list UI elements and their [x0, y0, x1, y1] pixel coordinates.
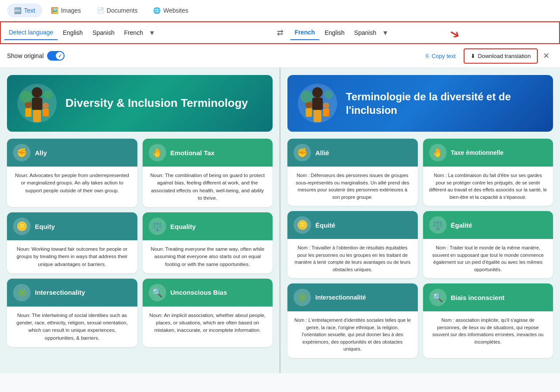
equality-header: ⚖️ Equality	[143, 212, 273, 240]
copy-text-btn[interactable]: ⎘ Copy text	[420, 49, 462, 63]
svg-point-8	[44, 90, 52, 99]
equite-body: Nom : Travailler à l'obtention de résult…	[287, 239, 418, 278]
biais-inconscient-title: Biais inconscient	[451, 294, 505, 301]
ally-icon: ✊	[13, 144, 31, 161]
term-card-intersectionnalite: ✳️ Intersectionnalité Nom : L'entrelaçem…	[287, 283, 418, 358]
check-icon: ✓	[58, 53, 62, 59]
unconscious-bias-body: Noun: An implicit association, whether a…	[143, 307, 273, 340]
equity-body: Noun: Working toward fair outcomes for p…	[7, 240, 137, 273]
svg-point-7	[20, 91, 32, 103]
intersectionality-header: ✳️ Intersectionality	[7, 279, 137, 307]
text-icon: 🔤	[14, 7, 21, 14]
emotional-tax-body: Noun: The combination of being on guard …	[143, 167, 273, 207]
emotional-tax-icon: 🤚	[149, 144, 166, 161]
intersectionality-title: Intersectionality	[35, 289, 85, 296]
images-icon: 🖼️	[51, 7, 58, 14]
allie-body: Nom : Défenseurs des personnes issues de…	[287, 167, 418, 206]
term-card-equity: 🪙 Equity Noun: Working toward fair outco…	[7, 212, 137, 273]
unconscious-bias-icon: 🔍	[149, 284, 166, 301]
intersectionnalite-body: Nom : L'entrelaçement d'identités social…	[287, 311, 418, 358]
tab-documents[interactable]: 📄 Documents	[90, 3, 145, 17]
tab-websites[interactable]: 🌐 Websites	[146, 3, 195, 17]
equite-icon: 🪙	[294, 216, 311, 234]
intersectionality-body: Noun: The intertwining of social identit…	[7, 307, 137, 347]
left-panel: Diversity & Inclusion Terminology ✊ Ally…	[0, 68, 280, 373]
term-card-unconscious-bias: 🔍 Unconscious Bias Noun: An implicit ass…	[143, 279, 273, 347]
svg-point-9	[312, 87, 323, 98]
target-lang-section: French English Spanish ▾	[290, 25, 556, 40]
ally-header: ✊ Ally	[7, 139, 137, 167]
unconscious-bias-title: Unconscious Bias	[171, 289, 227, 296]
emotional-tax-header: 🤚 Emotional Tax	[143, 139, 273, 167]
taxe-emotionnelle-icon: 🤚	[429, 144, 447, 161]
toggle-knob: ✓	[56, 52, 64, 60]
source-spanish-btn[interactable]: Spanish	[88, 26, 119, 40]
download-translation-btn[interactable]: ⬇ Download translation	[464, 48, 538, 64]
source-french-btn[interactable]: French	[120, 26, 147, 40]
svg-rect-12	[306, 108, 312, 117]
equity-icon: 🪙	[13, 218, 31, 235]
term-card-ally: ✊ Ally Noun: Advocates for people from u…	[7, 139, 137, 207]
equality-body: Noun: Treating everyone the same way, of…	[143, 240, 273, 273]
intersectionality-icon: ✳️	[13, 284, 31, 301]
top-nav: 🔤 Text 🖼️ Images 📄 Documents 🌐 Websites	[0, 0, 560, 21]
term-card-allie: ✊ Allié Nom : Défenseurs des personnes i…	[287, 139, 418, 206]
right-banner-icon	[298, 84, 337, 123]
equite-header: 🪙 Équité	[287, 211, 418, 239]
family-illustration-fr	[298, 84, 337, 123]
svg-point-17	[324, 90, 333, 99]
term-card-egalite: ⚖️ Égalité Nom : Traiter tout le monde d…	[423, 211, 553, 278]
egalite-header: ⚖️ Égalité	[423, 211, 553, 239]
target-english-btn[interactable]: English	[320, 26, 349, 40]
egalite-icon: ⚖️	[429, 216, 447, 234]
family-illustration	[17, 84, 57, 123]
svg-rect-6	[33, 110, 41, 122]
biais-inconscient-icon: 🔍	[429, 289, 447, 306]
left-banner-icon	[17, 84, 57, 123]
show-original-label: Show original	[7, 52, 44, 59]
right-banner: Terminologie de la diversité et de l'inc…	[287, 75, 553, 132]
biais-inconscient-body: Nom : association implicite, qu'il s'agi…	[423, 311, 553, 351]
show-original-toggle[interactable]: ✓	[47, 51, 65, 61]
ally-body: Noun: Advocates for people from underrep…	[7, 167, 137, 200]
equity-header: 🪙 Equity	[7, 212, 137, 240]
toolbar-actions: ⎘ Copy text ⬇ Download translation ✕	[420, 48, 553, 64]
term-card-taxe-emotionnelle: 🤚 Taxe émotionnelle Nom : La combinaison…	[423, 139, 553, 206]
taxe-emotionnelle-title: Taxe émotionnelle	[451, 149, 504, 156]
close-btn[interactable]: ✕	[540, 48, 553, 64]
documents-icon: 📄	[97, 7, 104, 14]
term-card-equite: 🪙 Équité Nom : Travailler à l'obtention …	[287, 211, 418, 278]
intersectionnalite-icon: ✳️	[294, 289, 311, 306]
svg-rect-14	[323, 109, 329, 116]
svg-rect-3	[25, 108, 31, 117]
svg-rect-1	[32, 98, 42, 110]
source-lang-section: Detect language English Spanish French ▾	[4, 25, 270, 40]
swap-languages-btn[interactable]: ⇄	[273, 24, 287, 41]
tab-images[interactable]: 🖼️ Images	[44, 3, 88, 17]
right-cards-grid: ✊ Allié Nom : Défenseurs des personnes i…	[287, 139, 553, 358]
term-card-intersectionality: ✳️ Intersectionality Noun: The intertwin…	[7, 279, 137, 347]
tab-text[interactable]: 🔤 Text	[7, 3, 42, 17]
toolbar: Show original ✓ ⎘ Copy text ⬇ Download t…	[0, 44, 560, 68]
allie-icon: ✊	[294, 144, 311, 161]
show-original-control: Show original ✓	[7, 51, 65, 61]
ally-title: Ally	[35, 149, 47, 157]
left-banner-title: Diversity & Inclusion Terminology	[65, 96, 248, 111]
svg-rect-5	[43, 109, 49, 116]
target-spanish-btn[interactable]: Spanish	[350, 26, 381, 40]
svg-point-13	[323, 102, 329, 109]
source-english-btn[interactable]: English	[58, 26, 87, 40]
target-more-btn[interactable]: ▾	[382, 26, 389, 39]
left-cards-grid: ✊ Ally Noun: Advocates for people from u…	[7, 139, 273, 347]
equity-title: Equity	[35, 223, 55, 230]
detect-language-btn[interactable]: Detect language	[4, 25, 58, 40]
egalite-title: Égalité	[451, 222, 472, 229]
equite-title: Équité	[315, 222, 335, 229]
left-banner: Diversity & Inclusion Terminology	[7, 75, 273, 132]
taxe-emotionnelle-body: Nom : La combinaison du fait d'être sur …	[423, 167, 553, 206]
unconscious-bias-header: 🔍 Unconscious Bias	[143, 279, 273, 307]
target-french-btn[interactable]: French	[290, 25, 320, 40]
source-more-btn[interactable]: ▾	[148, 26, 156, 39]
taxe-emotionnelle-header: 🤚 Taxe émotionnelle	[423, 139, 553, 167]
term-card-emotional-tax: 🤚 Emotional Tax Noun: The combination of…	[143, 139, 273, 207]
